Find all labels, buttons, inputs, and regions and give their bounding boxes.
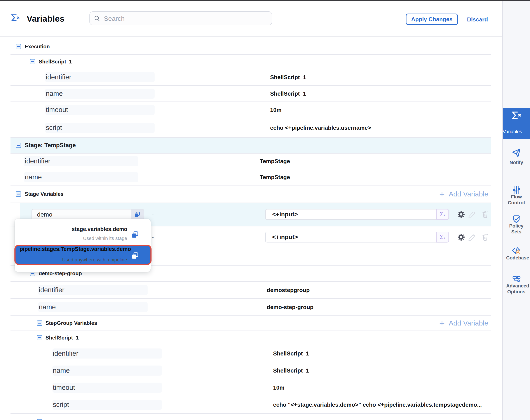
rail-label: Flow Control bbox=[503, 194, 530, 206]
policy-sets-shield-icon bbox=[503, 215, 530, 224]
variable-value-input[interactable]: <+input> Σx bbox=[265, 209, 449, 220]
sigma-x-label: x bbox=[443, 235, 445, 240]
collapse-icon[interactable] bbox=[16, 143, 21, 148]
flow-control-sliders-icon bbox=[503, 186, 530, 194]
expression-toggle-icon[interactable]: Σx bbox=[436, 209, 449, 220]
expression-option-label[interactable]: pipeline.stages.TempStage.variables.demo bbox=[20, 246, 131, 252]
edit-pencil-icon[interactable] bbox=[468, 233, 475, 241]
field-row-name: name ShellScript_1 bbox=[11, 362, 491, 379]
expression-toggle-icon[interactable]: Σx bbox=[436, 232, 449, 242]
field-row-identifier: identifier TempStage bbox=[11, 153, 491, 169]
field-label: script bbox=[53, 401, 69, 409]
tree-row-shellscript-nested[interactable]: ShellScript_1 bbox=[11, 331, 491, 345]
field-value: demostepgroup bbox=[267, 287, 309, 294]
variable-value-input[interactable]: <+input> Σx bbox=[265, 232, 449, 242]
add-variable-button[interactable]: Add Variable bbox=[440, 190, 488, 198]
field-value: echo <+pipeline.variables.username> bbox=[270, 124, 371, 131]
collapse-icon[interactable] bbox=[37, 419, 42, 420]
field-row-script: script echo <+pipeline.variables.usernam… bbox=[11, 118, 491, 138]
rail-label: Advanced Options bbox=[503, 283, 530, 295]
field-label: name bbox=[46, 90, 63, 98]
copy-button[interactable] bbox=[131, 209, 144, 220]
rail-label: Variables bbox=[503, 129, 530, 135]
delete-trash-icon[interactable] bbox=[482, 211, 488, 218]
field-label: name bbox=[25, 173, 42, 181]
expression-popup: stage.variables.demo Used within its sta… bbox=[15, 219, 151, 272]
settings-gear-icon[interactable] bbox=[457, 211, 465, 218]
add-variable-button[interactable]: Add Variable bbox=[440, 319, 488, 327]
variable-value: <+input> bbox=[272, 233, 298, 240]
variable-name-input[interactable]: demo bbox=[31, 209, 132, 220]
variable-value: <+input> bbox=[272, 211, 298, 218]
copy-icon[interactable] bbox=[132, 231, 138, 238]
tree-row-stage-variables[interactable]: Stage Variables Add Variable bbox=[11, 185, 491, 203]
tree-row-stage[interactable]: Stage: TempStage bbox=[11, 138, 491, 153]
delete-trash-icon[interactable] bbox=[482, 234, 488, 241]
rail-item-variables-selected[interactable]: Variables bbox=[503, 108, 530, 139]
tree-row-shellscript[interactable]: ShellScript_1 bbox=[11, 55, 491, 69]
collapse-icon[interactable] bbox=[37, 320, 42, 326]
field-label: identifier bbox=[46, 73, 72, 81]
field-row-name: name TempStage bbox=[11, 169, 491, 185]
field-row-name: name ShellScript_1 bbox=[11, 86, 491, 102]
advanced-options-icon bbox=[503, 274, 530, 283]
sigma-icon: Σ bbox=[440, 233, 443, 240]
tree-row-partial[interactable] bbox=[11, 414, 491, 420]
field-value: 10m bbox=[273, 384, 284, 391]
stage-label: Stage: TempStage bbox=[25, 142, 76, 149]
rail-item-codebase[interactable]: Codebase bbox=[503, 246, 530, 261]
rail-item-policy-sets[interactable]: Policy Sets bbox=[503, 215, 530, 235]
required-separator: - bbox=[151, 233, 154, 241]
variable-name: demo bbox=[37, 211, 52, 218]
codebase-code-icon bbox=[503, 246, 530, 255]
required-separator: - bbox=[151, 210, 154, 219]
field-value: ShellScript_1 bbox=[270, 74, 306, 80]
field-row-identifier: identifier ShellScript_1 bbox=[11, 69, 491, 86]
expression-option-scope: Used anywhere within pipeline bbox=[62, 257, 127, 263]
discard-button[interactable]: Discard bbox=[467, 16, 488, 23]
search-input[interactable]: Search bbox=[89, 11, 272, 25]
group-label: StepGroup Variables bbox=[45, 320, 97, 326]
edit-pencil-icon[interactable] bbox=[468, 211, 475, 218]
expression-option-scope: Used within its stage bbox=[83, 236, 127, 241]
variables-sigma-icon bbox=[11, 15, 20, 21]
copy-icon-white[interactable] bbox=[132, 253, 138, 259]
group-label: Stage Variables bbox=[25, 191, 63, 197]
plus-icon bbox=[440, 192, 444, 197]
expression-option-highlighted[interactable]: pipeline.stages.TempStage.variables.demo… bbox=[15, 245, 151, 265]
expression-option-label[interactable]: stage.variables.demo bbox=[72, 226, 127, 232]
field-row-script: script echo "<+stage.variables.demo>" ec… bbox=[11, 396, 491, 414]
field-label: identifier bbox=[53, 350, 78, 358]
field-label: name bbox=[53, 367, 70, 375]
rail-item-notify[interactable]: Notify bbox=[503, 148, 530, 165]
collapse-icon[interactable] bbox=[37, 335, 42, 340]
collapse-icon[interactable] bbox=[16, 191, 21, 197]
field-value: TempStage bbox=[260, 174, 290, 180]
collapse-icon[interactable] bbox=[16, 44, 21, 49]
rail-item-advanced-options[interactable]: Advanced Options bbox=[503, 274, 530, 295]
sigma-x-label: x bbox=[443, 213, 445, 217]
search-placeholder: Search bbox=[104, 15, 125, 22]
search-icon bbox=[94, 15, 100, 22]
tree-row-execution[interactable]: Execution bbox=[11, 39, 491, 55]
rail-item-flow-control[interactable]: Flow Control bbox=[503, 186, 530, 206]
settings-gear-icon[interactable] bbox=[457, 233, 465, 241]
apply-changes-button[interactable]: Apply Changes bbox=[406, 14, 458, 25]
field-row-timeout: timeout 10m bbox=[11, 379, 491, 396]
field-value: ShellScript_1 bbox=[273, 350, 309, 357]
window-top-strip bbox=[0, 0, 530, 1]
field-label: identifier bbox=[25, 157, 50, 165]
tree-row-stepgroup-variables[interactable]: StepGroup Variables Add Variable bbox=[11, 316, 491, 331]
field-value: ShellScript_1 bbox=[273, 367, 309, 374]
collapse-icon[interactable] bbox=[30, 59, 35, 64]
page-title: Variables bbox=[27, 14, 64, 24]
group-label: ShellScript_1 bbox=[45, 335, 79, 341]
field-value: 10m bbox=[270, 106, 282, 113]
sigma-icon: Σ bbox=[440, 211, 443, 218]
right-rail: Variables Notify Flow Control Policy Set… bbox=[502, 1, 530, 420]
rail-label: Policy Sets bbox=[503, 223, 530, 235]
header: Variables Search Apply Changes Discard bbox=[0, 1, 502, 37]
field-row-timeout: timeout 10m bbox=[11, 102, 491, 118]
group-label: ShellScript_1 bbox=[39, 59, 72, 65]
group-label: Execution bbox=[25, 44, 50, 50]
